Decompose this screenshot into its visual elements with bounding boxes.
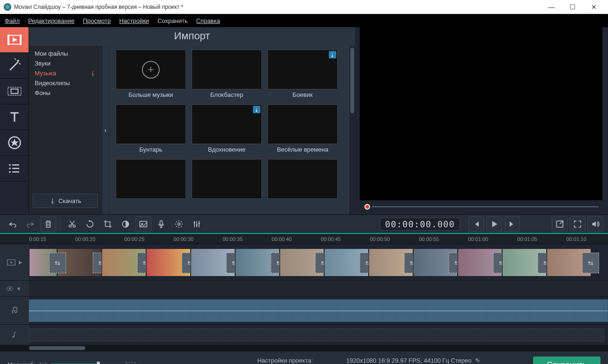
svg-rect-2 (20, 35, 22, 45)
cat-my-files[interactable]: Мои файлы (29, 49, 102, 58)
ruler-tick: 00:01:05 (517, 236, 537, 242)
thumb-blockbuster[interactable]: Блокбастер (192, 50, 262, 100)
preview-video[interactable] (360, 27, 602, 200)
side-nav (0, 27, 29, 214)
popout-button[interactable] (552, 216, 568, 232)
audio-waveform[interactable] (29, 299, 608, 322)
play-button[interactable] (486, 216, 502, 232)
cut-button[interactable] (64, 216, 80, 232)
volume-button[interactable] (587, 216, 603, 232)
fullscreen-button[interactable] (570, 216, 586, 232)
nav-import[interactable] (0, 27, 29, 53)
save-button[interactable]: Сохранить (533, 357, 601, 364)
svg-marker-24 (10, 261, 13, 263)
redo-button[interactable] (22, 216, 38, 232)
zoom-in-icon[interactable] (126, 362, 135, 364)
timeline-ruler[interactable]: 0:00:15 00:00:20 00:00:25 00:00:30 00:00… (0, 234, 608, 244)
timecode-display[interactable]: 00:00:00.000 (380, 218, 460, 231)
link-track[interactable] (0, 281, 608, 297)
thumb-row3-b[interactable] (192, 159, 262, 209)
project-info: Настройки проекта: 1920x1080 16:9 29.97 … (257, 357, 480, 364)
cat-sounds[interactable]: Звуки (29, 58, 102, 68)
thumb-funtimes[interactable]: Весёлые времена (267, 104, 338, 154)
download-badge-icon: ⭳ (329, 51, 336, 58)
film-play-icon (7, 33, 22, 47)
menu-save[interactable]: Сохранить (157, 17, 188, 24)
seek-bar[interactable] (364, 203, 599, 211)
playhead-icon[interactable] (364, 204, 370, 210)
crop-button[interactable] (100, 216, 116, 232)
timeline-hscroll[interactable] (0, 345, 608, 351)
record-audio-button[interactable] (153, 216, 169, 232)
equalizer-button[interactable] (189, 216, 205, 232)
menu-help[interactable]: Справка (196, 17, 220, 24)
audio-track-2[interactable] (0, 325, 608, 345)
undo-button[interactable] (5, 216, 21, 232)
thumb-action[interactable]: ⭳ Боевик (267, 50, 338, 100)
svg-point-17 (178, 223, 180, 225)
color-adjust-button[interactable] (118, 216, 133, 232)
ruler-tick: 00:00:25 (125, 236, 145, 242)
nav-stickers[interactable] (0, 130, 29, 156)
minimize-button[interactable]: ― (541, 0, 562, 14)
delete-button[interactable] (40, 216, 56, 232)
menu-file[interactable]: Файл (5, 17, 20, 24)
menu-view[interactable]: Просмотр (83, 17, 111, 24)
cat-backgrounds[interactable]: Фоны (29, 88, 102, 98)
thumb-row3-c[interactable] (267, 159, 338, 209)
zoom-control: Масштаб: (7, 361, 135, 364)
svg-rect-1 (7, 35, 9, 45)
svg-marker-7 (10, 138, 19, 146)
menu-edit[interactable]: Редактирование (28, 17, 74, 24)
cat-music[interactable]: Музыка⭳ (29, 68, 102, 78)
list-icon (7, 161, 22, 175)
svg-point-26 (9, 288, 11, 290)
ruler-tick: 00:01:10 (566, 236, 586, 242)
empty-audio-lane[interactable] (29, 328, 604, 342)
download-badge-icon: ⭳ (253, 106, 260, 113)
audio-track[interactable] (0, 297, 608, 325)
ruler-tick: 00:00:55 (419, 236, 439, 242)
timeline: ▶ ⇆⇆ ⇆ ⇆ ⇆ ⇆ ⇆ ⇆ ⇆ ⇆ ⇆ ⇆ ⇆ (0, 244, 608, 351)
import-scrollbar[interactable] (349, 46, 355, 214)
download-icon: ⭳ (50, 197, 56, 204)
transition-marker[interactable]: ⇆ (582, 253, 599, 273)
video-track[interactable]: ▶ ⇆⇆ ⇆ ⇆ ⇆ ⇆ ⇆ ⇆ ⇆ ⇆ ⇆ ⇆ ⇆ (0, 244, 608, 281)
maximize-button[interactable]: ☐ (562, 0, 583, 14)
audio-track-2-head[interactable] (0, 325, 29, 345)
nav-transitions[interactable] (0, 79, 29, 104)
svg-rect-16 (160, 220, 163, 225)
next-frame-button[interactable] (504, 216, 520, 232)
ruler-tick: 00:00:20 (75, 236, 96, 242)
edit-settings-icon[interactable]: ✎ (475, 357, 480, 364)
nav-more[interactable] (0, 156, 29, 182)
audio-track-head[interactable] (0, 297, 29, 324)
thumb-rebel[interactable]: Бунтарь (116, 104, 186, 154)
settings-button[interactable] (171, 216, 187, 232)
nav-filters[interactable] (0, 53, 29, 79)
zoom-out-icon[interactable] (40, 363, 46, 364)
download-button[interactable]: ⭳Скачать (33, 194, 98, 208)
close-button[interactable]: ✕ (583, 0, 604, 14)
window-title: Movavi Слайдшоу – 7-дневная пробная верс… (14, 4, 541, 10)
prev-frame-button[interactable] (468, 216, 484, 232)
upper-panel: Импорт Мои файлы Звуки Музыка⭳ Видеоклип… (0, 27, 608, 214)
cat-videoclips[interactable]: Видеоклипы (29, 78, 102, 88)
video-clips[interactable]: ⇆⇆ ⇆ ⇆ ⇆ ⇆ ⇆ ⇆ ⇆ ⇆ ⇆ ⇆ ⇆ (29, 248, 608, 277)
thumb-more-music[interactable]: + Больше музыки (116, 50, 186, 100)
rotate-button[interactable] (82, 216, 98, 232)
thumb-inspiration[interactable]: ⭳ Вдохновение (192, 104, 262, 154)
link-track-head[interactable] (0, 281, 29, 296)
collapse-handle[interactable]: ‹ (102, 46, 109, 214)
svg-rect-20 (198, 223, 200, 224)
transition-marker[interactable]: ⇆ (49, 253, 66, 273)
clip-properties-button[interactable] (135, 216, 151, 232)
nav-titles[interactable] (0, 104, 29, 130)
video-track-head[interactable]: ▶ (0, 244, 29, 280)
import-panel: Импорт Мои файлы Звуки Музыка⭳ Видеоклип… (29, 27, 355, 214)
zoom-label: Масштаб: (7, 361, 35, 364)
star-circle-icon (7, 136, 22, 150)
project-settings-label: Настройки проекта: (257, 357, 341, 364)
thumb-row3-a[interactable] (116, 159, 186, 209)
menu-settings[interactable]: Настройки (119, 17, 149, 24)
